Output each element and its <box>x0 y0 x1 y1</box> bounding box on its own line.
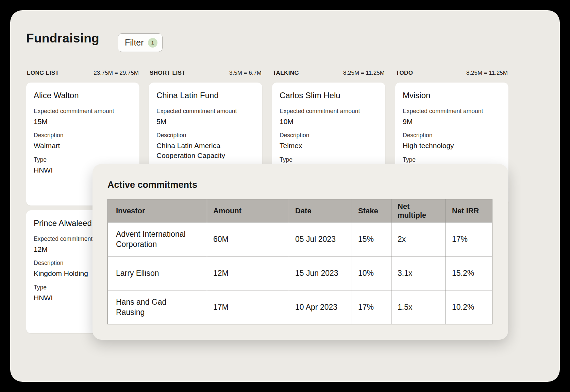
cell-net-irr: 17% <box>446 222 492 256</box>
table-row[interactable]: Hans and Gad Rausing 17M 10 Apr 2023 17%… <box>108 290 492 324</box>
investor-name: Alice Walton <box>34 91 132 100</box>
field-label: Description <box>156 132 255 139</box>
investor-name: Carlos Slim Helu <box>280 91 378 100</box>
header-investor: Investor <box>108 199 207 222</box>
column-header: TALKING 8.25M = 11.25M <box>272 70 385 76</box>
filter-count-badge: 1 <box>148 38 157 48</box>
cell-net-multiple: 3.1x <box>391 256 446 290</box>
cell-investor: Advent International Corporation <box>108 222 207 256</box>
cell-net-multiple: 2x <box>391 222 446 256</box>
table-row[interactable]: Larry Ellison 12M 15 Jun 2023 10% 3.1x 1… <box>108 256 492 290</box>
field-label: Type <box>403 156 501 163</box>
cell-amount: 12M <box>207 256 289 290</box>
investor-name: Mvision <box>403 91 501 100</box>
field-label: Type <box>280 156 378 163</box>
field-label: Expected commitment amount <box>403 108 501 115</box>
commitments-table: Investor Amount Date Stake Net multiple … <box>107 199 492 324</box>
column-name: LONG LIST <box>27 70 59 76</box>
field-value: Walmart <box>34 141 132 150</box>
cell-date: 10 Apr 2023 <box>289 290 352 324</box>
investor-name: China Latin Fund <box>156 91 255 100</box>
field-value: High technology <box>403 141 501 150</box>
active-commitments-panel: Active commitments Investor Amount Date … <box>93 164 508 340</box>
field-label: Description <box>403 132 501 139</box>
cell-stake: 10% <box>352 256 391 290</box>
cell-investor: Hans and Gad Rausing <box>108 290 207 324</box>
field-label: Expected commitment amount <box>156 108 255 115</box>
field-value: 5M <box>156 117 255 126</box>
page-title: Fundraising <box>26 31 99 46</box>
cell-date: 15 Jun 2023 <box>289 256 352 290</box>
field-label: Description <box>34 132 132 139</box>
cell-amount: 60M <box>207 222 289 256</box>
header-net-irr: Net IRR <box>446 199 492 222</box>
field-value: China Latin America Cooperation Capacity <box>156 141 255 160</box>
app-panel: Fundraising Filter 1 LONG LIST 23.75M = … <box>10 10 560 382</box>
cell-net-irr: 15.2% <box>446 256 492 290</box>
field-value: 15M <box>34 117 132 126</box>
field-label: Type <box>34 156 132 163</box>
column-header: SHORT LIST 3.5M = 6.7M <box>149 70 262 76</box>
field-value: Telmex <box>280 141 378 150</box>
filter-button[interactable]: Filter 1 <box>118 33 163 52</box>
field-label: Expected commitment amount <box>34 108 132 115</box>
column-header: LONG LIST 23.75M = 29.75M <box>26 70 139 76</box>
column-name: TALKING <box>273 70 299 76</box>
column-totals: 8.25M = 11.25M <box>343 70 385 76</box>
field-value: 9M <box>403 117 501 126</box>
header-date: Date <box>289 199 352 222</box>
table-row[interactable]: Advent International Corporation 60M 05 … <box>108 222 492 256</box>
field-label: Expected commitment amount <box>280 108 378 115</box>
column-totals: 3.5M = 6.7M <box>229 70 262 76</box>
panel-title: Active commitments <box>107 180 493 190</box>
column-name: TODO <box>396 70 413 76</box>
header-stake: Stake <box>352 199 391 222</box>
cell-amount: 17M <box>207 290 289 324</box>
field-label: Description <box>280 132 378 139</box>
cell-stake: 17% <box>352 290 391 324</box>
cell-stake: 15% <box>352 222 391 256</box>
table-header-row: Investor Amount Date Stake Net multiple … <box>108 199 492 222</box>
column-totals: 23.75M = 29.75M <box>94 70 139 76</box>
cell-net-irr: 10.2% <box>446 290 492 324</box>
field-value: 10M <box>280 117 378 126</box>
column-header: TODO 8.25M = 11.25M <box>395 70 508 76</box>
filter-button-label: Filter <box>125 38 144 48</box>
header-amount: Amount <box>207 199 289 222</box>
column-totals: 8.25M = 11.25M <box>466 70 508 76</box>
column-name: SHORT LIST <box>150 70 185 76</box>
cell-net-multiple: 1.5x <box>391 290 446 324</box>
cell-investor: Larry Ellison <box>108 256 207 290</box>
header-net-multiple: Net multiple <box>391 199 446 222</box>
cell-date: 05 Jul 2023 <box>289 222 352 256</box>
